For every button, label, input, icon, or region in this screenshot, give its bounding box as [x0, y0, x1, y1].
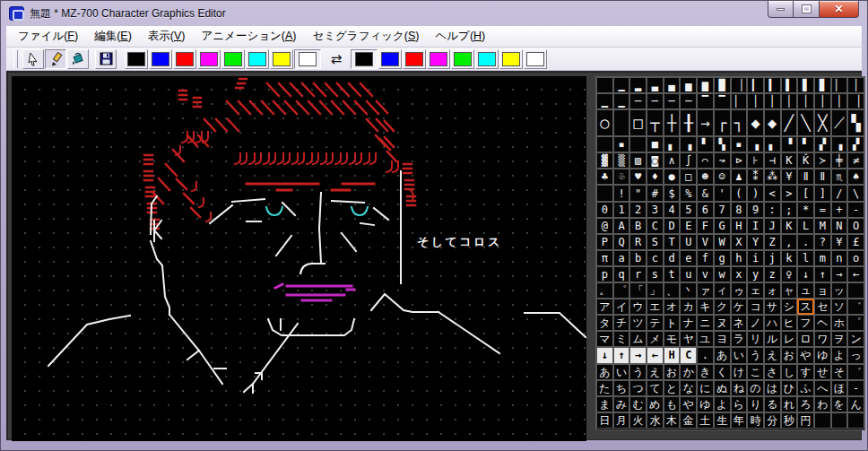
palette-char-cell[interactable]: →	[831, 266, 848, 282]
palette-char-cell[interactable]: れ	[781, 396, 798, 412]
palette-char-cell[interactable]: ╂	[680, 109, 697, 136]
palette-char-cell[interactable]: ♀	[781, 266, 798, 282]
palette-char-cell[interactable]: >	[781, 185, 798, 201]
palette-char-cell[interactable]: フ	[797, 315, 814, 331]
palette-char-cell[interactable]	[596, 185, 613, 201]
palette-char-cell[interactable]: ゛	[847, 299, 864, 315]
palette-char-cell[interactable]: ↓	[596, 347, 613, 363]
palette-char-cell[interactable]: -	[847, 380, 864, 396]
palette-char-cell[interactable]: s	[647, 266, 664, 282]
palette-char-cell[interactable]: ¥	[831, 234, 848, 250]
palette-char-cell[interactable]: や	[797, 347, 814, 363]
palette-char-cell[interactable]: ♏	[831, 169, 848, 185]
palette-char-cell[interactable]	[629, 136, 647, 152]
palette-char-cell[interactable]: ロ	[797, 331, 814, 347]
palette-char-cell[interactable]: ▕	[731, 77, 748, 93]
menu-item-5[interactable]: ヘルプ(H)	[428, 26, 494, 47]
palette-char-cell[interactable]: ⁑	[747, 169, 764, 185]
palette-char-cell[interactable]: ▗	[831, 136, 848, 152]
palette-char-cell[interactable]: さ	[764, 364, 781, 380]
palette-char-cell[interactable]: ▖	[764, 136, 781, 152]
palette-char-cell[interactable]: N	[831, 218, 848, 234]
palette-char-cell[interactable]: ひ	[781, 380, 798, 396]
palette-char-cell[interactable]: ▓	[596, 152, 613, 169]
palette-char-cell[interactable]: E	[680, 218, 697, 234]
palette-char-cell[interactable]: (	[731, 185, 748, 201]
palette-char-cell[interactable]: /	[831, 185, 848, 201]
palette-char-cell[interactable]: け	[731, 364, 748, 380]
palette-char-cell[interactable]: せ	[814, 364, 831, 380]
palette-char-cell[interactable]: 。	[596, 282, 613, 299]
palette-char-cell[interactable]: ェ	[747, 282, 764, 299]
palette-char-cell[interactable]: i	[747, 250, 764, 266]
palette-char-cell[interactable]: ヲ	[831, 331, 848, 347]
palette-char-cell[interactable]: よ	[831, 347, 848, 363]
palette-char-cell[interactable]: t	[664, 266, 681, 282]
palette-char-cell[interactable]: ≠	[847, 152, 864, 169]
palette-char-cell[interactable]: £	[847, 234, 864, 250]
palette-char-cell[interactable]: 木	[664, 412, 681, 429]
close-button[interactable]: ✕	[819, 1, 859, 18]
palette-char-cell[interactable]: ね	[731, 380, 748, 396]
palette-char-cell[interactable]: ▁	[613, 93, 630, 109]
palette-char-cell[interactable]: ▘	[797, 136, 814, 152]
palette-char-cell[interactable]: て	[647, 380, 664, 396]
palette-char-cell[interactable]: ∫	[680, 152, 697, 169]
palette-char-cell[interactable]: 6	[697, 202, 714, 218]
palette-char-cell[interactable]: ●	[664, 169, 681, 185]
palette-char-cell[interactable]: ∧	[664, 152, 681, 169]
menu-item-2[interactable]: 表示(V)	[140, 26, 194, 47]
palette-char-cell[interactable]: オ	[664, 299, 681, 315]
palette-char-cell[interactable]: ク	[714, 299, 731, 315]
palette-char-cell[interactable]: ャ	[781, 282, 798, 299]
palette-char-cell[interactable]: ち	[613, 380, 630, 396]
palette-char-cell[interactable]: ゆ	[697, 396, 714, 412]
palette-char-cell[interactable]: 日	[596, 412, 613, 429]
palette-char-cell[interactable]: ◙	[647, 152, 664, 169]
palette-char-cell[interactable]: ↓	[797, 266, 814, 282]
palette-char-cell[interactable]: e	[680, 250, 697, 266]
palette-char-cell[interactable]: テ	[647, 315, 664, 331]
palette-char-cell[interactable]: ▖	[664, 136, 681, 152]
palette-char-cell[interactable]: Ⅱ	[797, 169, 814, 185]
palette-char-cell[interactable]	[596, 136, 613, 152]
fg-color-swatch-2[interactable]	[173, 49, 196, 69]
palette-char-cell[interactable]: お	[664, 364, 681, 380]
palette-char-cell[interactable]: ラ	[731, 331, 748, 347]
palette-char-cell[interactable]: h	[731, 250, 748, 266]
palette-char-cell[interactable]: ろ	[797, 396, 814, 412]
palette-char-cell[interactable]: り	[747, 396, 764, 412]
palette-char-cell[interactable]: R	[629, 234, 647, 250]
palette-char-cell[interactable]: u	[680, 266, 697, 282]
palette-char-cell[interactable]: ▔	[714, 93, 731, 109]
bg-color-swatch-4[interactable]	[451, 49, 474, 69]
palette-char-cell[interactable]: ↝	[714, 152, 731, 169]
palette-char-cell[interactable]: セ	[814, 299, 831, 315]
fg-color-swatch-5[interactable]	[246, 49, 269, 69]
palette-char-cell[interactable]: 7	[714, 202, 731, 218]
palette-char-cell[interactable]: ☺	[714, 169, 731, 185]
palette-char-cell[interactable]: ▋	[797, 77, 814, 93]
palette-char-cell[interactable]: ▁	[596, 93, 613, 109]
palette-char-cell[interactable]: い	[613, 364, 630, 380]
palette-char-cell[interactable]: ▞	[814, 136, 831, 152]
minimize-button[interactable]	[768, 1, 794, 18]
palette-char-cell[interactable]: タ	[596, 315, 613, 331]
palette-char-cell[interactable]: g	[714, 250, 731, 266]
select-tool-button[interactable]	[22, 49, 44, 69]
palette-char-cell[interactable]: ?	[814, 234, 831, 250]
palette-char-cell[interactable]: も	[664, 396, 681, 412]
fg-color-swatch-1[interactable]	[149, 49, 172, 69]
palette-char-cell[interactable]: 、	[664, 282, 681, 299]
palette-char-cell[interactable]: y	[747, 266, 764, 282]
palette-char-cell[interactable]: │	[847, 77, 864, 93]
palette-char-cell[interactable]: む	[629, 396, 647, 412]
palette-char-cell[interactable]: を	[831, 396, 848, 412]
palette-char-cell[interactable]: 秒	[781, 412, 798, 429]
menu-item-3[interactable]: アニメーション(A)	[194, 26, 305, 47]
palette-char-cell[interactable]: ア	[596, 299, 613, 315]
palette-char-cell[interactable]: ▗	[747, 136, 764, 152]
palette-char-cell[interactable]: Q	[613, 234, 630, 250]
palette-char-cell[interactable]: ▏	[831, 77, 848, 93]
palette-char-cell[interactable]: ⟋	[831, 109, 848, 136]
